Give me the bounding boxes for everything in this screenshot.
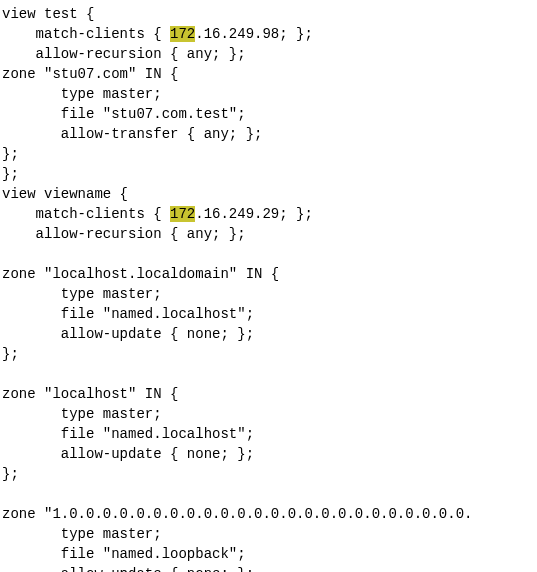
code-line: file "named.localhost"; bbox=[2, 306, 254, 322]
code-line: type master; bbox=[2, 286, 162, 302]
config-code-block[interactable]: view test { match-clients { 172.16.249.9… bbox=[0, 0, 537, 572]
code-line: allow-recursion { any; }; bbox=[2, 226, 246, 242]
search-highlight: 172 bbox=[170, 206, 195, 222]
code-line: type master; bbox=[2, 526, 162, 542]
code-line: allow-update { none; }; bbox=[2, 566, 254, 572]
code-line-tail: .16.249.29; }; bbox=[195, 206, 313, 222]
code-line: view test { bbox=[2, 6, 94, 22]
code-line: }; bbox=[2, 346, 19, 362]
code-line: }; bbox=[2, 166, 19, 182]
code-line: zone "localhost" IN { bbox=[2, 386, 178, 402]
search-highlight: 172 bbox=[170, 26, 195, 42]
code-line: zone "stu07.com" IN { bbox=[2, 66, 178, 82]
code-line: allow-transfer { any; }; bbox=[2, 126, 262, 142]
code-line: type master; bbox=[2, 406, 162, 422]
code-line: allow-update { none; }; bbox=[2, 326, 254, 342]
code-line: file "stu07.com.test"; bbox=[2, 106, 246, 122]
code-line: view viewname { bbox=[2, 186, 128, 202]
code-line: allow-recursion { any; }; bbox=[2, 46, 246, 62]
code-line: type master; bbox=[2, 86, 162, 102]
code-line: file "named.loopback"; bbox=[2, 546, 246, 562]
code-line: zone "localhost.localdomain" IN { bbox=[2, 266, 279, 282]
code-line: match-clients { bbox=[2, 206, 170, 222]
code-line: match-clients { bbox=[2, 26, 170, 42]
code-line: allow-update { none; }; bbox=[2, 446, 254, 462]
code-line: }; bbox=[2, 146, 19, 162]
code-line: file "named.localhost"; bbox=[2, 426, 254, 442]
code-line: zone "1.0.0.0.0.0.0.0.0.0.0.0.0.0.0.0.0.… bbox=[2, 506, 472, 522]
code-line-tail: .16.249.98; }; bbox=[195, 26, 313, 42]
code-line: }; bbox=[2, 466, 19, 482]
